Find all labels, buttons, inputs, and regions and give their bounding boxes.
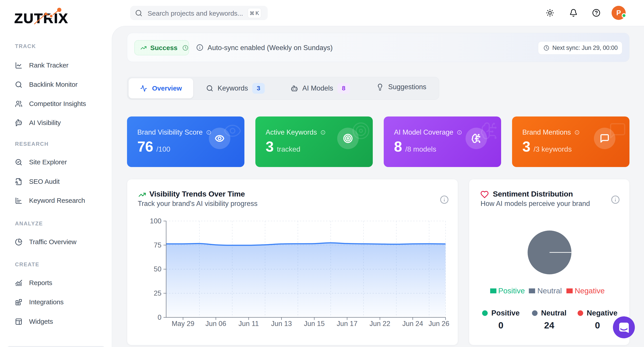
svg-text:75: 75 — [154, 241, 162, 249]
svg-text:Jun 17: Jun 17 — [337, 320, 358, 328]
svg-text:Jun 06: Jun 06 — [206, 320, 226, 328]
svg-text:Jun 24: Jun 24 — [402, 320, 423, 328]
svg-text:Jun 15: Jun 15 — [304, 320, 325, 328]
svg-text:Jun 11: Jun 11 — [238, 320, 259, 328]
svg-text:50: 50 — [154, 265, 162, 273]
svg-text:Jun 26: Jun 26 — [428, 320, 449, 328]
svg-text:100: 100 — [150, 217, 162, 225]
svg-text:Jun 22: Jun 22 — [370, 320, 390, 328]
svg-text:Jun 13: Jun 13 — [271, 320, 292, 328]
svg-text:25: 25 — [154, 289, 162, 297]
svg-text:May 29: May 29 — [172, 320, 194, 328]
svg-text:0: 0 — [158, 314, 162, 321]
